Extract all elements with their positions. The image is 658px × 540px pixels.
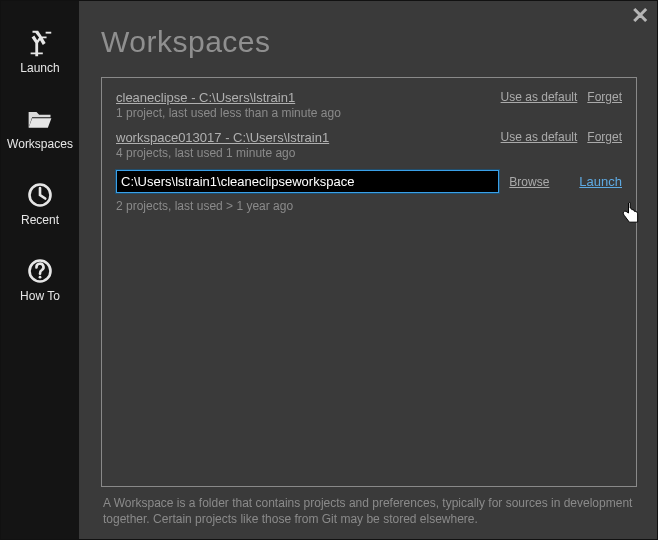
sidebar-item-howto[interactable]: How To: [1, 251, 79, 307]
browse-link[interactable]: Browse: [509, 175, 549, 189]
workspaces-panel: cleaneclipse - C:\Users\lstrain1 1 proje…: [101, 77, 637, 487]
page-title: Workspaces: [101, 25, 637, 59]
clock-icon: [24, 179, 56, 211]
sidebar-item-label: Launch: [20, 61, 59, 75]
folder-open-icon: [24, 103, 56, 135]
workspace-name-link[interactable]: workspace013017 - C:\Users\lstrain1: [116, 130, 491, 145]
main-area: Workspaces cleaneclipse - C:\Users\lstra…: [79, 1, 657, 539]
workspace-meta: 4 projects, last used 1 minute ago: [116, 146, 491, 160]
workspace-meta: 2 projects, last used > 1 year ago: [116, 199, 622, 213]
sidebar-item-label: Recent: [21, 213, 59, 227]
sidebar-item-label: How To: [20, 289, 60, 303]
svg-point-2: [39, 276, 42, 279]
forget-link[interactable]: Forget: [587, 130, 622, 144]
workspace-path-row: Browse Launch: [116, 170, 622, 193]
sidebar-item-recent[interactable]: Recent: [1, 175, 79, 231]
use-as-default-link[interactable]: Use as default: [501, 130, 578, 144]
use-as-default-link[interactable]: Use as default: [501, 90, 578, 104]
footer-description: A Workspace is a folder that contains pr…: [101, 487, 637, 527]
workspace-path-input[interactable]: [116, 170, 499, 193]
workspace-row: workspace013017 - C:\Users\lstrain1 4 pr…: [116, 130, 622, 160]
sidebar-item-label: Workspaces: [7, 137, 73, 151]
question-icon: [24, 255, 56, 287]
workspace-row: cleaneclipse - C:\Users\lstrain1 1 proje…: [116, 90, 622, 120]
sidebar: Launch Workspaces Recent How To: [1, 1, 79, 539]
run-icon: [24, 27, 56, 59]
workspace-name-link[interactable]: cleaneclipse - C:\Users\lstrain1: [116, 90, 491, 105]
workspace-meta: 1 project, last used less than a minute …: [116, 106, 491, 120]
launch-link[interactable]: Launch: [579, 174, 622, 189]
sidebar-item-launch[interactable]: Launch: [1, 23, 79, 79]
forget-link[interactable]: Forget: [587, 90, 622, 104]
sidebar-item-workspaces[interactable]: Workspaces: [1, 99, 79, 155]
